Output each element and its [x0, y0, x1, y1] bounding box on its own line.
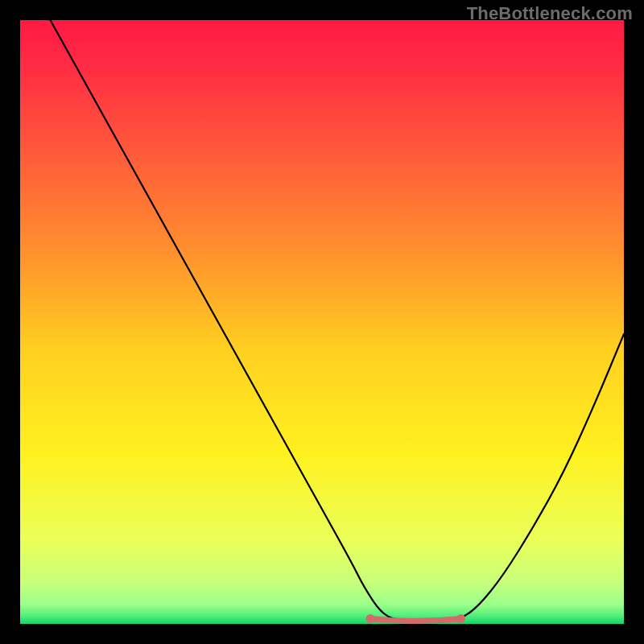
- plot-area: [20, 20, 624, 624]
- chart-frame: TheBottleneck.com: [0, 0, 644, 644]
- gradient-background: [20, 20, 624, 624]
- chart-svg: [20, 20, 624, 624]
- optimal-range-marker: [370, 619, 461, 621]
- watermark-text: TheBottleneck.com: [467, 3, 633, 24]
- optimal-range-end-dot: [456, 614, 465, 623]
- optimal-range-start-dot: [366, 614, 375, 623]
